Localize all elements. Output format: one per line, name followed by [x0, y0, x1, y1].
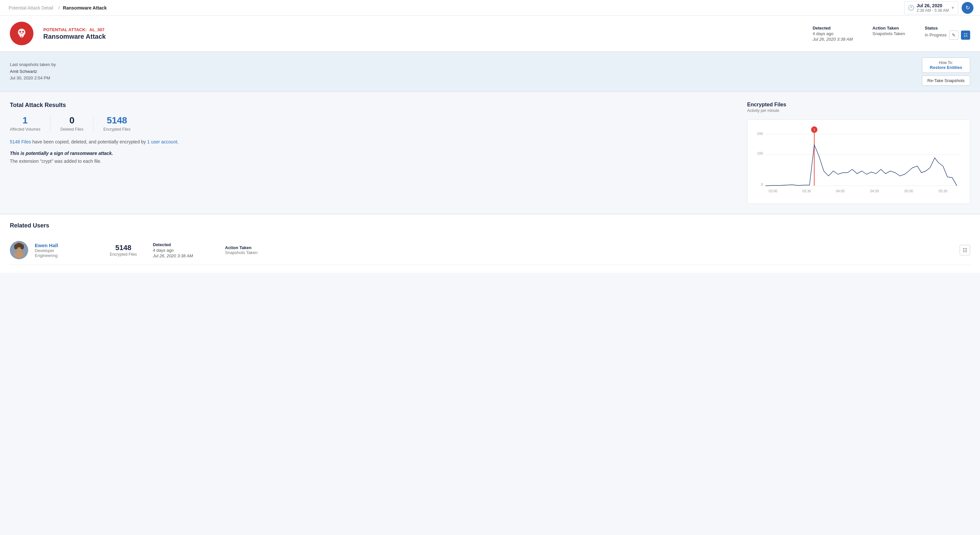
snapshot-line1: Last snapshots taken by	[10, 61, 56, 68]
chart-subtitle: Activity per minute	[747, 108, 970, 113]
user-encrypted-stat: 5148 Encrypted Files	[100, 244, 146, 257]
user-encrypted-value: 5148	[100, 244, 146, 252]
breadcrumb: Potential Attack Detail / Ransomware Att…	[6, 5, 107, 11]
top-bar: Potential Attack Detail / Ransomware Att…	[0, 0, 980, 16]
extension-note: The extension "crypt" was added to each …	[10, 158, 737, 164]
breadcrumb-separator: /	[58, 5, 60, 11]
stat-deleted-files: 0 Deleted Files	[51, 115, 94, 132]
user-notes: ☷	[960, 245, 970, 256]
svg-point-27	[21, 244, 24, 249]
retake-snapshots-button[interactable]: Re-Take Snapshots	[922, 75, 970, 86]
summary-text: 5148 Files have been copied, deleted, an…	[10, 138, 737, 146]
top-bar-right: 🕛 Jul 26, 2020 2:38 AM - 5:38 AM ▼ ↻	[904, 1, 974, 14]
notes-icon: ☷	[964, 32, 968, 38]
stat-encrypted-files: 5148 Encrypted Files	[94, 115, 140, 132]
user-notes-button[interactable]: ☷	[960, 245, 970, 256]
deleted-files-value: 0	[60, 115, 83, 126]
svg-text:!: !	[814, 128, 815, 132]
table-row: Ewen Hall Developer Engineering 5148 Enc…	[10, 236, 970, 265]
svg-text:0: 0	[761, 182, 763, 187]
chevron-down-icon: ▼	[951, 6, 955, 10]
status-row: In Progress ✎ ☷	[925, 30, 970, 40]
user-role: Developer	[35, 248, 94, 253]
user-avatar-svg	[10, 241, 28, 259]
svg-text:05:30: 05:30	[939, 189, 948, 193]
total-attack-title: Total Attack Results	[10, 102, 737, 109]
svg-text:$: $	[21, 35, 22, 38]
breadcrumb-parent: Potential Attack Detail	[8, 5, 53, 11]
user-encrypted-label: Encrypted Files	[100, 252, 146, 257]
how-to-restore-button[interactable]: How To: Restore Entities	[922, 57, 970, 73]
user-detected-date: Jul 26, 2020 3:38 AM	[153, 253, 218, 258]
snapshot-actions: How To: Restore Entities Re-Take Snapsho…	[922, 57, 970, 86]
notes-button[interactable]: ☷	[961, 30, 970, 40]
affected-volumes-label: Affected Volumes	[10, 127, 40, 132]
stats-row: 1 Affected Volumes 0 Deleted Files 5148 …	[10, 115, 737, 132]
date-range-selector[interactable]: 🕛 Jul 26, 2020 2:38 AM - 5:38 AM ▼	[904, 1, 958, 14]
stat-affected-volumes: 1 Affected Volumes	[10, 115, 51, 132]
attack-header: $ POTENTIAL ATTACK: AL_307 Ransomware At…	[0, 16, 980, 51]
left-panel: Total Attack Results 1 Affected Volumes …	[10, 102, 737, 204]
refresh-icon: ↻	[966, 5, 970, 11]
attack-id: AL_307	[89, 27, 104, 32]
attack-icon: $	[10, 22, 33, 45]
related-users-section: Related Users Ewen Hall Developer Engine…	[0, 214, 980, 273]
svg-text:03:30: 03:30	[802, 189, 811, 193]
svg-text:03:00: 03:00	[769, 189, 778, 193]
status-value: In Progress	[925, 32, 947, 37]
user-detected: Detected 4 days ago Jul 26, 2020 3:38 AM	[153, 242, 218, 258]
attack-id-row: POTENTIAL ATTACK: AL_307	[43, 27, 803, 32]
svg-text:200: 200	[757, 132, 763, 136]
affected-volumes-value: 1	[10, 115, 40, 126]
edit-status-button[interactable]: ✎	[949, 30, 958, 40]
user-info: Ewen Hall Developer Engineering	[35, 243, 94, 258]
attack-info: POTENTIAL ATTACK: AL_307 Ransomware Atta…	[43, 27, 803, 40]
notes-list-icon: ☷	[963, 247, 967, 253]
encrypted-files-label: Encrypted Files	[103, 127, 130, 132]
status-label: Status	[925, 26, 970, 30]
summary-text2: .	[177, 139, 179, 144]
date-main: Jul 26, 2020	[916, 3, 949, 8]
related-users-title: Related Users	[10, 222, 970, 229]
svg-point-24	[14, 251, 24, 258]
how-to-action: Restore Entities	[930, 65, 962, 70]
action-label: Action Taken	[872, 26, 905, 30]
files-count-link[interactable]: 5148 Files	[10, 139, 31, 144]
snapshot-line2: Amit Schwartz	[10, 68, 56, 75]
svg-point-26	[14, 244, 18, 249]
chart-area: 200 100 0 03:00 03:30 04:00 04:30 05:00 …	[747, 120, 970, 204]
user-name[interactable]: Ewen Hall	[35, 243, 94, 248]
detected-date: Jul 26, 2020 3:38 AM	[813, 37, 853, 42]
svg-point-29	[20, 248, 21, 249]
user-department: Engineering	[35, 253, 94, 258]
attack-id-label: POTENTIAL ATTACK:	[43, 27, 87, 32]
svg-text:04:30: 04:30	[870, 189, 879, 193]
user-detected-relative: 4 days ago	[153, 248, 218, 253]
ransomware-warning: This is potentially a sign of ransomware…	[10, 151, 737, 156]
svg-point-3	[19, 31, 21, 32]
refresh-button[interactable]: ↻	[962, 2, 974, 14]
action-value: Snapshots Taken	[872, 31, 905, 36]
user-account-link[interactable]: 1 user account	[147, 139, 177, 144]
user-detected-label: Detected	[153, 242, 218, 247]
date-range: 2:38 AM - 5:38 AM	[916, 8, 949, 13]
summary-text1: have been copied, deleted, and potential…	[31, 139, 147, 144]
how-to-label: How To:	[929, 61, 963, 65]
svg-point-28	[17, 248, 18, 249]
svg-text:04:00: 04:00	[836, 189, 845, 193]
pencil-icon: ✎	[952, 32, 956, 38]
avatar	[10, 241, 28, 259]
detected-label: Detected	[813, 26, 853, 30]
chart-title: Encrypted Files	[747, 102, 970, 108]
right-panel: Encrypted Files Activity per minute 200 …	[747, 102, 970, 204]
detected-relative: 4 days ago	[813, 31, 853, 36]
deleted-files-label: Deleted Files	[60, 127, 83, 132]
main-content: Total Attack Results 1 Affected Volumes …	[0, 92, 980, 214]
breadcrumb-current: Ransomware Attack	[63, 5, 107, 11]
svg-text:05:00: 05:00	[904, 189, 913, 193]
attack-meta: Detected 4 days ago Jul 26, 2020 3:38 AM…	[813, 26, 970, 42]
meta-detected: Detected 4 days ago Jul 26, 2020 3:38 AM	[813, 26, 853, 42]
encrypted-files-chart: 200 100 0 03:00 03:30 04:00 04:30 05:00 …	[754, 125, 963, 197]
snapshot-info: Last snapshots taken by Amit Schwartz Ju…	[10, 61, 56, 82]
meta-action: Action Taken Snapshots Taken	[872, 26, 905, 36]
